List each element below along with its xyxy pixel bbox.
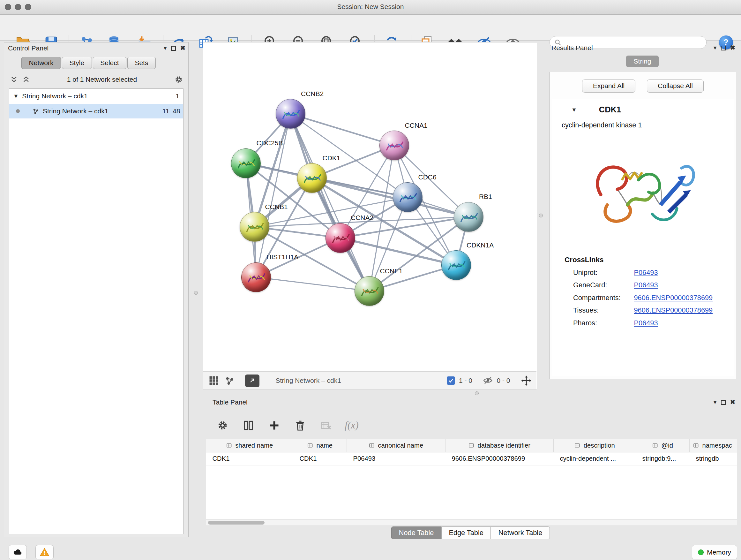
tab-string[interactable]: String bbox=[626, 56, 659, 67]
cell-shared-name[interactable]: CDK1 bbox=[206, 452, 293, 465]
network-node-ccnb2[interactable] bbox=[276, 99, 306, 129]
cell-database-identifier[interactable]: 9606.ENSP00000378699 bbox=[446, 452, 554, 465]
gene-description: cyclin-dependent kinase 1 bbox=[552, 114, 734, 129]
column-header[interactable]: database identifier bbox=[446, 439, 554, 452]
column-header[interactable]: @id bbox=[636, 439, 690, 452]
crosslink-label: GeneCard: bbox=[573, 281, 634, 289]
cell-canonical-name[interactable]: P06493 bbox=[347, 452, 446, 465]
network-node-ccnb1[interactable] bbox=[240, 212, 269, 242]
network-node-cdc25b[interactable] bbox=[231, 148, 261, 178]
uniprot-link[interactable]: P06493 bbox=[634, 268, 658, 277]
network-node-cdk1[interactable] bbox=[297, 163, 327, 193]
gear-icon[interactable] bbox=[174, 75, 184, 84]
node-label-hist1h1a: HIST1H1A bbox=[266, 253, 298, 261]
show-columns-button[interactable] bbox=[241, 418, 256, 433]
expand-all-button[interactable]: Expand All bbox=[582, 79, 635, 92]
protein-ribbon-icon bbox=[297, 164, 327, 193]
cell-description[interactable]: cyclin-dependent ... bbox=[554, 452, 636, 465]
expand-all-icon[interactable] bbox=[22, 75, 30, 84]
network-node-ccne1[interactable] bbox=[354, 276, 384, 306]
right-splitter-handle[interactable] bbox=[539, 213, 543, 217]
grid-view-icon[interactable] bbox=[208, 375, 219, 386]
results-float-icon[interactable] bbox=[721, 46, 726, 51]
crosslink-row: GeneCard: P06493 bbox=[552, 277, 734, 290]
tab-network[interactable]: Network bbox=[21, 57, 61, 69]
results-panel: Results Panel ▾ ✖ String Expand All Coll… bbox=[547, 42, 738, 390]
network-node-cdc6[interactable] bbox=[393, 182, 422, 212]
results-close-icon[interactable]: ✖ bbox=[730, 45, 735, 51]
table-header-row: shared name name canonical name database… bbox=[206, 439, 737, 452]
hidden-eye-slash-icon[interactable] bbox=[483, 375, 493, 386]
network-node-rb1[interactable] bbox=[454, 202, 483, 232]
column-header[interactable]: shared name bbox=[206, 439, 293, 452]
tree-expand-icon[interactable]: ▼ bbox=[13, 93, 19, 99]
cytoscape-window: Session: New Session bbox=[0, 0, 741, 560]
birdseye-view-icon[interactable] bbox=[224, 375, 235, 386]
control-panel-title: Control Panel bbox=[8, 44, 49, 52]
compartments-link[interactable]: 9606.ENSP00000378699 bbox=[634, 294, 713, 302]
cell-namespace[interactable]: stringdb bbox=[690, 452, 736, 465]
panel-close-icon[interactable]: ✖ bbox=[180, 45, 185, 51]
clear-table-button[interactable] bbox=[319, 418, 333, 433]
scrollbar-thumb[interactable] bbox=[208, 521, 265, 524]
table-toolbar: f(x) bbox=[203, 408, 738, 436]
cloud-icon bbox=[12, 547, 23, 557]
table-float-icon[interactable] bbox=[721, 400, 726, 405]
genecard-link[interactable]: P06493 bbox=[634, 281, 658, 289]
gene-name: CDK1 bbox=[599, 105, 621, 114]
open-in-window-button[interactable] bbox=[245, 374, 259, 387]
table-close-icon[interactable]: ✖ bbox=[730, 399, 735, 406]
tab-style[interactable]: Style bbox=[62, 57, 92, 69]
network-collection-row[interactable]: ▼ String Network – cdk1 1 bbox=[9, 89, 183, 104]
crosslinks-title: CrossLinks bbox=[552, 246, 734, 264]
node-label-ccna2: CCNA2 bbox=[351, 214, 374, 222]
tab-node-table[interactable]: Node Table bbox=[391, 526, 441, 539]
network-node-hist1h1a[interactable] bbox=[241, 262, 271, 292]
horizontal-splitter-handle[interactable] bbox=[475, 391, 479, 395]
protein-ribbon-icon bbox=[276, 99, 306, 129]
network-node-ccna1[interactable] bbox=[380, 131, 409, 160]
collapse-all-icon[interactable] bbox=[10, 75, 18, 84]
results-panel-title: Results Panel bbox=[551, 44, 593, 52]
column-header[interactable]: namespac bbox=[690, 439, 736, 452]
section-collapse-icon[interactable]: ▼ bbox=[571, 107, 577, 113]
panel-float-icon[interactable] bbox=[171, 46, 176, 51]
delete-column-button[interactable] bbox=[293, 418, 307, 433]
table-row[interactable]: CDK1 CDK1 P06493 9606.ENSP00000378699 cy… bbox=[206, 452, 737, 466]
memory-label: Memory bbox=[707, 549, 731, 556]
warnings-button[interactable] bbox=[36, 545, 54, 559]
cdk1-section: ▼ CDK1 cyclin-dependent kinase 1 bbox=[552, 99, 734, 376]
column-header[interactable]: name bbox=[293, 439, 347, 452]
cell-id[interactable]: stringdb:9... bbox=[636, 452, 690, 465]
network-row[interactable]: String Network – cdk1 11 48 bbox=[9, 104, 183, 119]
node-table: shared name name canonical name database… bbox=[206, 439, 737, 519]
network-canvas[interactable]: CCNB2CCNA1CDC25BCDK1CDC6RB1CCNB1CCNA2CDK… bbox=[203, 43, 536, 371]
tab-network-table[interactable]: Network Table bbox=[491, 526, 549, 539]
tissues-link[interactable]: 9606.ENSP00000378699 bbox=[634, 306, 713, 314]
left-splitter-handle[interactable] bbox=[194, 291, 198, 295]
column-header[interactable]: canonical name bbox=[347, 439, 446, 452]
network-node-ccna2[interactable] bbox=[326, 223, 355, 253]
table-collapse-icon[interactable]: ▾ bbox=[714, 399, 717, 406]
table-horizontal-scrollbar[interactable] bbox=[206, 520, 737, 526]
selected-checkbox-icon[interactable] bbox=[447, 376, 455, 385]
external-arrow-icon bbox=[248, 377, 256, 384]
node-label-ccnb1: CCNB1 bbox=[265, 203, 288, 211]
collapse-all-button[interactable]: Collapse All bbox=[647, 79, 704, 92]
results-collapse-icon[interactable]: ▾ bbox=[714, 45, 717, 51]
cell-name[interactable]: CDK1 bbox=[293, 452, 347, 465]
column-header[interactable]: description bbox=[554, 439, 636, 452]
crosslink-label: Uniprot: bbox=[573, 268, 634, 277]
table-settings-button[interactable] bbox=[215, 418, 230, 433]
memory-button[interactable]: Memory bbox=[692, 545, 737, 559]
pharos-link[interactable]: P06493 bbox=[634, 319, 658, 327]
function-builder-button[interactable]: f(x) bbox=[345, 420, 359, 431]
add-column-button[interactable] bbox=[267, 418, 281, 433]
pan-move-icon[interactable] bbox=[521, 375, 532, 386]
panel-collapse-icon[interactable]: ▾ bbox=[164, 45, 167, 51]
tab-edge-table[interactable]: Edge Table bbox=[441, 526, 491, 539]
network-node-cdkn1a[interactable] bbox=[441, 250, 471, 280]
cloud-status-button[interactable] bbox=[9, 545, 27, 559]
tab-sets[interactable]: Sets bbox=[127, 57, 156, 69]
tab-select[interactable]: Select bbox=[93, 57, 126, 69]
